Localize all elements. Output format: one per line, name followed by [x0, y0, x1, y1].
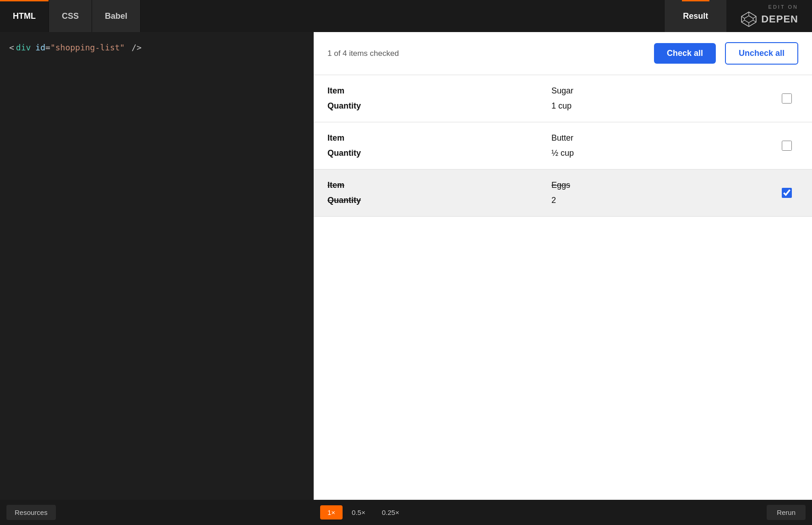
bottom-right: 1× 0.5× 0.25× Rerun	[314, 505, 812, 520]
result-header: 1 of 4 items checked Check all Uncheck a…	[314, 32, 812, 75]
quantity-label-1: Quantity	[327, 148, 551, 158]
main: <div id="shopping-list" /> 1 of 4 items …	[0, 32, 812, 500]
item-value-2: Eggs	[551, 180, 775, 190]
quantity-value-0: 1 cup	[551, 101, 775, 111]
items-checked-text: 1 of 4 items checked	[327, 49, 645, 58]
tab-babel[interactable]: Babel	[92, 0, 141, 32]
svg-line-6	[741, 20, 744, 22]
item-checkbox-0[interactable]	[782, 93, 792, 104]
list-item: Item Butter Quantity ½ cup	[314, 122, 812, 170]
quantity-value-1: ½ cup	[551, 148, 775, 158]
edit-on-text: EDIT ON	[768, 4, 798, 10]
result-panel: 1 of 4 items checked Check all Uncheck a…	[314, 32, 812, 500]
item-label-1: Item	[327, 133, 551, 143]
svg-line-4	[741, 16, 744, 18]
code-line-1: <div id="shopping-list" />	[9, 41, 304, 55]
item-checkbox-2[interactable]	[782, 188, 792, 198]
uncheck-all-button[interactable]: Uncheck all	[725, 42, 798, 65]
code-panel: <div id="shopping-list" />	[0, 32, 314, 500]
item-value-1: Butter	[551, 133, 775, 143]
codepen-logo: EDIT ON DEPEN	[726, 0, 812, 32]
svg-marker-1	[745, 16, 753, 22]
svg-line-5	[753, 16, 756, 18]
quantity-value-2: 2	[551, 196, 775, 205]
code-tag-div: div	[16, 41, 31, 55]
item-value-0: Sugar	[551, 86, 775, 96]
code-attr-value: "shopping-list"	[50, 43, 125, 52]
item-label-0: Item	[327, 86, 551, 96]
code-attr-id: id	[35, 43, 45, 52]
code-close-bracket: />	[126, 41, 142, 55]
resources-button[interactable]: Resources	[6, 505, 56, 520]
bottom-left: Resources	[0, 505, 314, 520]
codepen-text: DEPEN	[761, 13, 798, 25]
shopping-list: Item Sugar Quantity 1 cup Item Butter Qu…	[314, 75, 812, 500]
rerun-button[interactable]: Rerun	[767, 505, 806, 520]
tab-result-label: Result	[683, 11, 708, 21]
quantity-label-0: Quantity	[327, 101, 551, 111]
quantity-label-2: Quantity	[327, 196, 551, 205]
item-checkbox-1[interactable]	[782, 141, 792, 151]
zoom-1x-button[interactable]: 1×	[320, 505, 343, 520]
svg-line-7	[753, 20, 756, 22]
item-label-2: Item	[327, 180, 551, 190]
tab-css[interactable]: CSS	[49, 0, 92, 32]
check-all-button[interactable]: Check all	[654, 43, 716, 64]
code-equals: =	[45, 43, 50, 52]
tab-html[interactable]: HTML	[0, 0, 49, 32]
tab-babel-label: Babel	[105, 11, 127, 21]
list-item: Item Sugar Quantity 1 cup	[314, 75, 812, 122]
codepen-icon	[740, 11, 758, 28]
top-bar: HTML CSS Babel Result EDIT ON	[0, 0, 812, 32]
code-open-bracket: <	[9, 41, 14, 55]
tab-html-label: HTML	[13, 11, 36, 21]
zoom-0-25x-button[interactable]: 0.25×	[375, 505, 407, 520]
tab-result[interactable]: Result	[664, 0, 726, 32]
tab-spacer	[141, 0, 664, 32]
tab-css-label: CSS	[62, 11, 79, 21]
bottom-bar: Resources 1× 0.5× 0.25× Rerun	[0, 500, 812, 525]
list-item: Item Eggs Quantity 2	[314, 170, 812, 217]
zoom-0-5x-button[interactable]: 0.5×	[344, 505, 373, 520]
